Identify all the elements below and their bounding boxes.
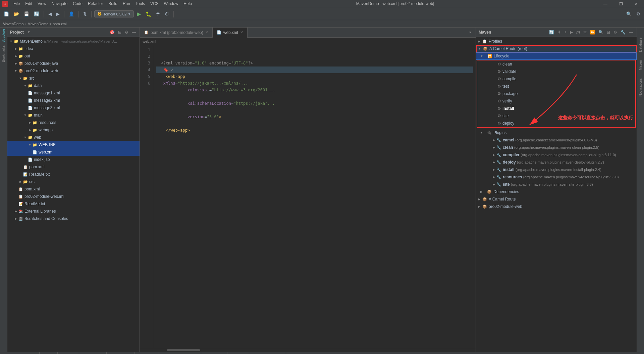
menu-view[interactable]: View [35, 1, 49, 7]
maven-plugin-deploy[interactable]: ▶ 🔧 deploy (org.apache.maven.plugins:mav… [476, 159, 637, 166]
maven-plugin-resources[interactable]: ▶ 🔧 resources (org.apache.maven.plugins:… [476, 173, 637, 181]
tree-item-idea[interactable]: ▶ 📁 .idea [7, 45, 140, 52]
maven-download-btn[interactable]: ⬇ [556, 29, 562, 35]
maven-settings2-btn[interactable]: 🔧 [620, 29, 627, 35]
maven-item-profiles[interactable]: ▶ 📋 Profiles [476, 38, 637, 45]
toolbar-new-btn[interactable]: 📄 [2, 10, 11, 17]
lifecycle-cmd-package[interactable]: ⚙ package [477, 90, 635, 97]
lifecycle-cmd-install[interactable]: ⚙ install [477, 105, 635, 112]
tree-item-web[interactable]: ▼ 📁 web [7, 134, 140, 141]
lifecycle-cmd-site[interactable]: ⚙ site [477, 112, 635, 120]
structure-tab[interactable]: Structure [2, 29, 5, 43]
tab-xml-close[interactable]: ✕ [240, 30, 243, 35]
maven-run-btn[interactable]: ▶ [569, 29, 574, 35]
maven-plugin-clean[interactable]: ▶ 🔧 clean (org.apache.maven.plugins:mave… [476, 144, 637, 151]
toolbar-profile-btn[interactable]: ⏱ [163, 10, 171, 17]
toolbar-person-btn[interactable]: 👤 [67, 10, 76, 17]
bottom-tab-profiler[interactable]: ⏱ Profiler [135, 352, 159, 354]
lifecycle-cmd-verify[interactable]: ⚙ verify [477, 97, 635, 105]
bottom-tab-problems[interactable]: ⚠ Problems [79, 352, 107, 354]
tree-item-webxml[interactable]: 📄 web.xml [7, 148, 140, 156]
tree-item-indexjsp[interactable]: 📄 index.jsp [7, 156, 140, 163]
toolbar-coverage-btn[interactable]: ☂ [154, 10, 162, 17]
toolbar-forward-btn[interactable]: ▶ [55, 10, 61, 17]
scrollbar-thumb[interactable] [167, 349, 200, 351]
lifecycle-cmd-compile[interactable]: ⚙ compile [477, 75, 635, 83]
tomcat-selector[interactable]: 🐱 Tomcat 8.5.82 ▼ [94, 10, 134, 17]
toolbar-save-btn[interactable]: 💾 [22, 10, 31, 17]
code-editor[interactable]: 1 2 3 4 5 6 <?xml version="1.0" encoding… [140, 45, 476, 348]
tree-item-main[interactable]: ▼ 📁 main [7, 112, 140, 119]
tree-item-msg2[interactable]: 📄 message2.xml [7, 97, 140, 104]
tab-pom-xml[interactable]: 📋 pom.xml (pro02-module-web) ✕ [140, 28, 213, 38]
menu-edit[interactable]: Edit [22, 1, 35, 7]
lifecycle-cmd-validate[interactable]: ⚙ validate [477, 68, 635, 75]
tree-item-resources[interactable]: ▶ 📁 resources [7, 119, 140, 126]
maven-close-btn[interactable]: — [628, 29, 634, 35]
maven-settings-btn[interactable]: ⚙ [612, 29, 618, 35]
maven-refresh-btn[interactable]: 🔄 [548, 29, 555, 35]
minimize-button[interactable]: — [598, 0, 613, 8]
maven-plugin-compiler[interactable]: ▶ 🔧 compiler (org.apache.maven.plugins:m… [476, 151, 637, 159]
menu-run[interactable]: Run [120, 1, 133, 7]
proj-locate-btn[interactable]: 🎯 [109, 29, 116, 35]
bottom-tab-deps[interactable]: 🔗 Dependencies [249, 352, 286, 354]
tree-item-webinf[interactable]: ▼ 📁 WEB-INF [7, 141, 140, 148]
lifecycle-cmd-clean[interactable]: ⚙ clean [477, 60, 635, 68]
bottom-tab-services[interactable]: ⚙ Services [201, 352, 227, 354]
maven-search-btn[interactable]: 🔍 [597, 29, 604, 35]
project-dropdown-arrow[interactable]: ▼ [27, 30, 31, 34]
tab-pom-close[interactable]: ✕ [205, 30, 208, 35]
maven-item-pro02web[interactable]: ▶ 📦 pro02-module-web [476, 203, 637, 210]
editor-recent-btn[interactable]: ▾ [468, 29, 473, 36]
bottom-tab-terminal[interactable]: ⌨ Terminal [107, 352, 135, 354]
bookmarks-tab[interactable]: Bookmarks [2, 45, 5, 62]
menu-window[interactable]: Window [161, 1, 181, 7]
toolbar-vcs-btn[interactable]: ⇅ [82, 10, 89, 17]
proj-collapse-btn[interactable]: ⊟ [117, 29, 122, 35]
tree-item-pomxml2[interactable]: 📋 pom.xml [7, 163, 140, 171]
toolbar-open-btn[interactable]: 📂 [12, 10, 21, 17]
bottom-tab-build[interactable]: 🔨 Build [227, 352, 249, 354]
maven-item-lifecycle[interactable]: ▼ 🔁 Lifecycle [476, 52, 637, 60]
tree-item-mavend[interactable]: ▼ 📁 MavenDemo E:\Maven_workspace\spaceVi… [7, 38, 140, 45]
maven-add-btn[interactable]: + [563, 29, 568, 35]
bottom-tab-seqdiag[interactable]: ~ Sequence Diagram [159, 352, 201, 354]
breadcrumb-mavend[interactable]: MavenDemo [3, 22, 23, 26]
lifecycle-cmd-test[interactable]: ⚙ test [477, 83, 635, 90]
code-content[interactable]: <?xml version="1.0" encoding="UTF-8"?> 🔖… [153, 45, 476, 348]
notifications-tab[interactable]: Notifications [639, 78, 642, 96]
menu-vcs[interactable]: VCS [148, 1, 161, 7]
maven-plugin-camel[interactable]: ▶ 🔧 camel (org.apache.camel:camel-maven-… [476, 136, 637, 144]
tree-item-readme3[interactable]: 📝 ReadMe.txt [7, 200, 140, 208]
horizontal-scrollbar[interactable] [140, 348, 476, 352]
menu-file[interactable]: File [11, 1, 22, 7]
proj-close-btn[interactable]: — [131, 29, 137, 35]
menu-code[interactable]: Code [70, 1, 85, 7]
bottom-tab-todo[interactable]: ≡ TODO [58, 352, 79, 354]
toolbar-search-btn[interactable]: 🔍 [625, 10, 633, 17]
menu-help[interactable]: Help [181, 1, 195, 7]
tree-item-src[interactable]: ▼ 📂 src [7, 75, 140, 82]
maven-item-plugins[interactable]: ▼ 🔌 Plugins [476, 129, 637, 136]
maven-skip-btn[interactable]: ⏩ [589, 29, 596, 35]
maven-plugin-site[interactable]: ▶ 🔧 site (org.apache.maven.plugins:maven… [476, 181, 637, 188]
menu-build[interactable]: Build [106, 1, 120, 7]
maximize-button[interactable]: ❐ [613, 0, 629, 8]
tree-item-pro02iml[interactable]: 📋 pro02-module-web.iml [7, 193, 140, 200]
maven-collapse-btn[interactable]: ⊟ [606, 29, 611, 35]
tree-item-src2[interactable]: ▶ 📂 src [7, 178, 140, 185]
menu-refactor[interactable]: Refactor [85, 1, 106, 7]
menu-tools[interactable]: Tools [133, 1, 148, 7]
tree-item-scratches[interactable]: ▶ 📓 Scratches and Consoles [7, 215, 140, 222]
maven-tab[interactable]: Maven [639, 60, 642, 70]
tree-item-extlib[interactable]: ▶ 📚 External Libraries [7, 208, 140, 215]
tree-item-webapp[interactable]: ▶ 📁 webapp [7, 126, 140, 134]
debug-button[interactable]: 🐛 [144, 10, 153, 18]
tree-item-pro02[interactable]: ▼ 📦 pro02-module-web [7, 67, 140, 75]
maven-item-camel-root[interactable]: ▼ 📦 A Camel Route (root) [476, 45, 637, 52]
maven-item-dependencies[interactable]: ▶ 📦 Dependencies [476, 188, 637, 195]
run-button[interactable]: ▶ [135, 10, 143, 18]
close-button[interactable]: ✕ [629, 0, 644, 8]
tree-item-out[interactable]: ▶ 📁 out [7, 52, 140, 60]
